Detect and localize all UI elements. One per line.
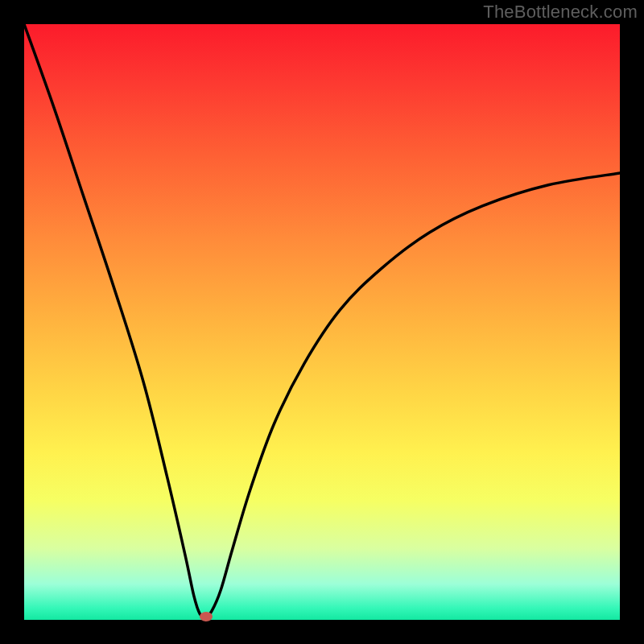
watermark-text: TheBottleneck.com xyxy=(483,2,638,23)
curve-svg xyxy=(24,24,620,620)
minimum-marker xyxy=(200,612,213,621)
plot-area xyxy=(24,24,620,620)
chart-stage: TheBottleneck.com xyxy=(0,0,644,644)
bottleneck-curve-path xyxy=(24,24,620,617)
